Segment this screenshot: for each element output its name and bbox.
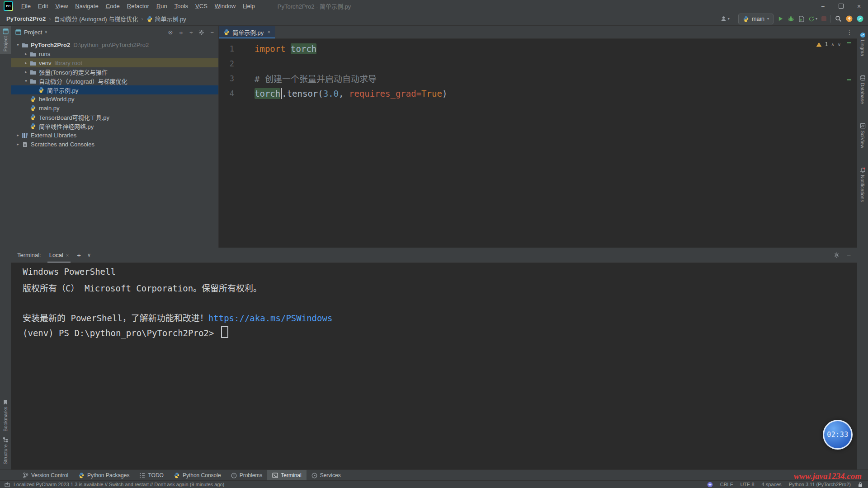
tree-chevron-icon[interactable]: ▸ [14, 142, 21, 146]
tree-item[interactable]: ▸runs [11, 49, 218, 58]
strip-button-bookmarks[interactable]: Bookmarks [0, 397, 11, 434]
maximize-button[interactable] [832, 0, 850, 12]
menu-item-vcs[interactable]: VCS [192, 3, 211, 9]
code-editor[interactable]: 1import torch23# 创建一个张量并启动自动求导4torch.ten… [219, 39, 857, 101]
tree-item[interactable]: helloWorld.py [11, 94, 218, 103]
project-icon [3, 28, 9, 34]
tree-item[interactable]: ▾PyTorch2Pro2D:\python_pro\PyTorch2Pro2 [11, 40, 218, 49]
lingma-assistant-button[interactable] [857, 15, 863, 22]
tree-chevron-icon[interactable]: ▸ [23, 61, 29, 65]
terminal-line: Windows PowerShell [23, 267, 857, 282]
hide-panel-icon[interactable]: − [210, 29, 214, 35]
tree-chevron-icon[interactable]: ▾ [14, 42, 21, 47]
terminal-tab-local[interactable]: Local × [47, 248, 71, 263]
tree-item[interactable]: 简单线性神经网络.py [11, 122, 218, 131]
code-token [286, 44, 291, 54]
tree-item[interactable]: TensorBoard可视化工具.py [11, 113, 218, 122]
toolwindow-button-terminal[interactable]: Terminal [267, 470, 306, 481]
strip-button-notifications[interactable]: Notifications [857, 164, 868, 205]
toolwindow-button-problems[interactable]: Problems [226, 470, 268, 481]
menu-item-help[interactable]: Help [239, 3, 259, 9]
user-profile-button[interactable]: ▾ [720, 15, 730, 22]
chevron-down-icon[interactable]: ▾ [45, 30, 47, 34]
strip-button-structure[interactable]: Structure [0, 434, 11, 467]
editor-tab[interactable]: 简单示例.py × [219, 26, 275, 38]
collapse-all-icon[interactable]: ∓ [179, 29, 184, 35]
run-configuration-select[interactable]: main ▾ [738, 14, 774, 24]
menu-item-refactor[interactable]: Refactor [123, 3, 153, 9]
coverage-button[interactable] [798, 16, 804, 22]
project-panel-title[interactable]: Project [24, 29, 42, 36]
strip-button-database[interactable]: Database [857, 72, 868, 107]
tree-item[interactable]: ▾自动微分（Autograd）与梯度优化 [11, 76, 218, 85]
tree-item[interactable]: ▸venvlibrary root [11, 58, 218, 67]
menu-item-tools[interactable]: Tools [171, 3, 192, 9]
tree-item[interactable]: ▸Scratches and Consoles [11, 140, 218, 149]
tree-item[interactable]: 简单示例.py [11, 85, 218, 94]
terminal-text: 版权所有（C） Microsoft Corporation。保留所有权利。 [23, 283, 262, 293]
stop-button[interactable] [821, 16, 826, 21]
strip-button-sciview[interactable]: SciView [857, 120, 868, 151]
menu-item-file[interactable]: File [18, 3, 34, 9]
tab-options-icon[interactable]: ⋮ [842, 28, 857, 36]
plugin-status-icon[interactable] [707, 482, 713, 488]
main-toolbar: PyTorch2Pro2›自动微分 (Autograd) 与梯度优化›简单示例.… [0, 12, 868, 26]
terminal-output[interactable]: Windows PowerShell版权所有（C） Microsoft Corp… [11, 263, 857, 341]
toolwindow-button-python-console[interactable]: Python Console [169, 470, 226, 481]
tree-chevron-icon[interactable]: ▸ [23, 70, 29, 74]
terminal-link[interactable]: https://aka.ms/PSWindows [208, 313, 333, 323]
line-ending-indicator[interactable]: CRLF [720, 482, 733, 487]
tree-chevron-icon[interactable]: ▾ [23, 79, 29, 83]
pycharm-logo-icon[interactable]: PC [4, 1, 13, 11]
terminal-tab-close-icon[interactable]: × [66, 253, 69, 258]
code-token: True [421, 89, 442, 99]
folder-icon [29, 78, 37, 84]
inspection-widget[interactable]: 1 ∧ ∨ [816, 41, 841, 47]
interpreter-indicator[interactable]: Python 3.11 (PyTorch2Pro2) [789, 482, 851, 487]
terminal-hide-icon[interactable]: − [847, 251, 851, 259]
menu-item-view[interactable]: View [52, 3, 71, 9]
terminal-options-icon[interactable]: ∨ [87, 252, 91, 258]
status-message[interactable]: Localized PyCharm 2023.1.3 is available … [14, 482, 224, 487]
breadcrumb-item[interactable]: 自动微分 (Autograd) 与梯度优化 [54, 14, 138, 23]
breadcrumb-item[interactable]: 简单示例.py [146, 14, 186, 23]
menu-item-run[interactable]: Run [153, 3, 171, 9]
toolwindow-button-version-control[interactable]: Version Control [18, 470, 73, 481]
tree-item[interactable]: ▸张量(Tensor)的定义与操作 [11, 67, 218, 76]
toolwindow-button-todo[interactable]: TODO [134, 470, 168, 481]
new-terminal-icon[interactable]: + [77, 251, 81, 259]
menu-item-code[interactable]: Code [102, 3, 123, 9]
rerun-button[interactable]: ▾ [808, 16, 817, 22]
search-everywhere-button[interactable] [835, 15, 842, 22]
python-icon [29, 96, 37, 102]
ide-update-icon[interactable] [5, 482, 10, 487]
tab-close-icon[interactable]: × [267, 29, 270, 35]
breadcrumb-item[interactable]: PyTorch2Pro2 [6, 15, 46, 22]
expand-icon[interactable]: ÷ [189, 29, 193, 35]
indent-indicator[interactable]: 4 spaces [762, 482, 782, 487]
terminal-line: (venv) PS D:\python_pro\PyTorch2Pro2> [23, 326, 857, 341]
menu-item-window[interactable]: Window [211, 3, 239, 9]
toolwindow-button-python-packages[interactable]: Python Packages [73, 470, 134, 481]
strip-button-lingma[interactable]: Lingma [857, 29, 868, 59]
menu-item-edit[interactable]: Edit [34, 3, 52, 9]
prev-problem-icon[interactable]: ∧ [831, 42, 834, 47]
close-button[interactable]: × [850, 0, 868, 12]
debug-button[interactable] [788, 16, 794, 22]
next-problem-icon[interactable]: ∨ [838, 42, 841, 47]
encoding-indicator[interactable]: UTF-8 [740, 482, 754, 487]
tree-item[interactable]: main.py [11, 103, 218, 113]
update-available-button[interactable] [846, 15, 853, 22]
strip-button-project[interactable]: Project [0, 26, 11, 54]
run-button[interactable] [778, 16, 783, 22]
menu-item-navigate[interactable]: Navigate [71, 3, 102, 9]
tree-chevron-icon[interactable]: ▸ [14, 133, 21, 137]
tree-chevron-icon[interactable]: ▸ [23, 52, 29, 56]
settings-gear-icon[interactable] [198, 29, 204, 35]
toolwindow-button-services[interactable]: Services [307, 470, 346, 481]
lock-icon[interactable] [858, 482, 863, 488]
tree-item[interactable]: ▸External Libraries [11, 131, 218, 140]
locate-file-icon[interactable]: ⊗ [168, 29, 173, 35]
minimize-button[interactable]: − [814, 0, 832, 12]
terminal-settings-icon[interactable] [834, 252, 840, 258]
